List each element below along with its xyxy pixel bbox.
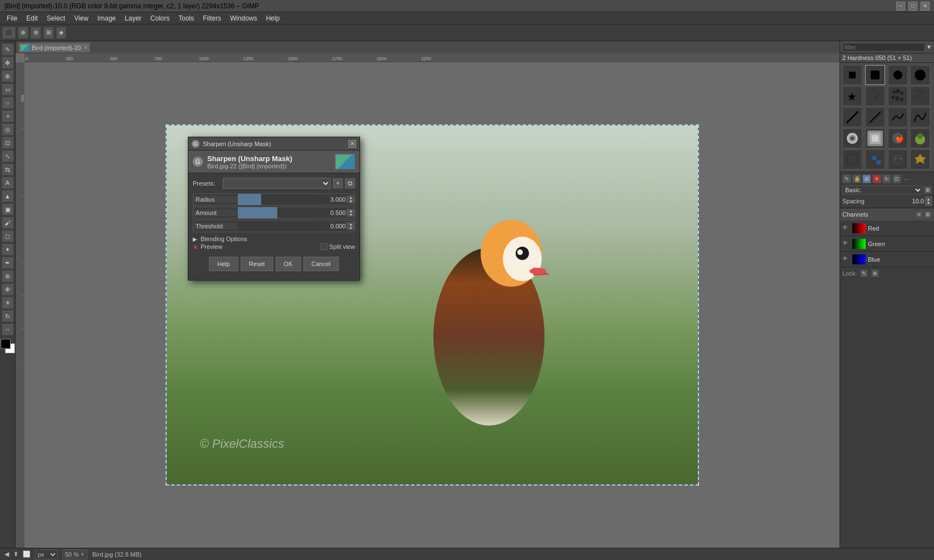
brush-item-13[interactable] [842, 128, 862, 148]
radius-spinner[interactable]: ▲ ▼ [347, 196, 354, 203]
tool-option-btn-2[interactable]: ⊕ [18, 27, 28, 39]
tool-option-btn-1[interactable]: ⬛ [2, 27, 16, 39]
brush-item-4[interactable] [910, 65, 930, 85]
brush-item-12[interactable] [910, 107, 930, 127]
brush-category-select[interactable]: Basic. [842, 186, 923, 194]
ok-button[interactable]: OK [276, 257, 301, 271]
unit-select[interactable]: px mm in [35, 549, 58, 559]
tool-clone[interactable]: ⊛ [2, 270, 14, 282]
brush-tools-more[interactable]: ··· [903, 174, 910, 183]
brush-item-20[interactable] [910, 149, 930, 169]
spacing-spinner[interactable]: ▲ ▼ [925, 197, 932, 206]
tool-zoom[interactable]: ⊕ [2, 70, 14, 82]
tool-option-btn-5[interactable]: ◈ [56, 27, 66, 39]
tool-dodge[interactable]: ☀ [2, 297, 14, 309]
tool-option-btn-3[interactable]: ⊗ [31, 27, 41, 39]
channel-row-red[interactable]: 👁 Red [840, 221, 934, 236]
channel-row-green[interactable]: 👁 Green [840, 236, 934, 252]
tool-ink[interactable]: ✒ [2, 257, 14, 269]
threshold-spinner[interactable]: ▲ ▼ [347, 222, 354, 230]
brush-item-17[interactable] [842, 149, 862, 169]
tool-gradient[interactable]: ▣ [2, 203, 14, 216]
tool-transform[interactable]: ⤡ [2, 150, 14, 162]
amount-slider[interactable] [238, 207, 316, 218]
tool-smudge[interactable]: ↻ [2, 310, 14, 322]
tool-fuzzy-select[interactable]: ◎ [2, 123, 14, 136]
radius-spinner-down[interactable]: ▼ [349, 199, 353, 203]
brush-item-19[interactable] [888, 149, 908, 169]
brush-item-6[interactable] [865, 86, 885, 106]
minimize-button[interactable]: ─ [896, 2, 905, 11]
amount-spinner-up[interactable]: ▲ [349, 209, 353, 213]
channel-row-blue[interactable]: 👁 Blue [840, 252, 934, 267]
spacing-spinner-up[interactable]: ▲ [927, 197, 931, 201]
sharpen-dialog-close-button[interactable]: ✕ [348, 140, 356, 148]
tool-heal[interactable]: ✙ [2, 283, 14, 296]
brushes-filter-input[interactable] [842, 43, 925, 52]
channels-add-button[interactable]: ⊞ [924, 211, 932, 218]
tool-crop[interactable]: ⊡ [2, 137, 14, 149]
brush-item-5[interactable]: ★ [842, 86, 862, 106]
brush-tool-refresh[interactable]: ↻ [882, 174, 891, 183]
menu-file[interactable]: File [2, 13, 22, 23]
foreground-color-swatch[interactable] [1, 339, 11, 349]
menu-image[interactable]: Image [93, 13, 120, 23]
split-view-checkbox[interactable] [321, 243, 327, 250]
tool-airbrush[interactable]: ✦ [2, 243, 14, 256]
menu-tools[interactable]: Tools [174, 13, 198, 23]
brush-tool-1[interactable]: ✎ [842, 174, 851, 183]
menu-windows[interactable]: Windows [226, 13, 262, 23]
tool-paintbrush[interactable]: 🖌 [2, 217, 14, 229]
maximize-button[interactable]: □ [908, 2, 917, 11]
brush-item-8[interactable] [910, 86, 930, 106]
zoom-control[interactable]: 50 % ▼ [62, 549, 88, 559]
duplicate-preset-button[interactable]: ⧉ [345, 178, 355, 188]
tool-lasso[interactable]: ⌖ [2, 110, 14, 122]
spacing-spinner-down[interactable]: ▼ [927, 201, 931, 205]
zoom-dropdown-icon[interactable]: ▼ [80, 552, 85, 557]
brush-item-2[interactable] [865, 65, 885, 85]
radius-slider[interactable] [238, 194, 316, 205]
blending-expand-icon[interactable]: ▶ [193, 236, 198, 242]
tool-text[interactable]: A [2, 177, 14, 189]
menu-colors[interactable]: Colors [146, 13, 174, 23]
brush-item-16[interactable] [910, 128, 930, 148]
brush-item-3[interactable] [888, 65, 908, 85]
threshold-spinner-up[interactable]: ▲ [349, 222, 353, 226]
menu-view[interactable]: View [69, 13, 93, 23]
brush-item-7[interactable] [888, 86, 908, 106]
channels-menu-button[interactable]: ≡ [915, 211, 923, 218]
cancel-button[interactable]: Cancel [303, 257, 339, 271]
tool-flip[interactable]: ⇆ [2, 163, 14, 176]
brush-item-14[interactable] [865, 128, 885, 148]
lock-edit-button[interactable]: ✎ [860, 269, 868, 277]
brush-category-add[interactable]: ⊞ [924, 186, 932, 194]
tool-option-btn-4[interactable]: ⊞ [43, 27, 54, 39]
brush-item-10[interactable] [865, 107, 885, 127]
threshold-spinner-down[interactable]: ▼ [349, 226, 353, 230]
reset-button[interactable]: Reset [241, 257, 273, 271]
close-button[interactable]: ✕ [921, 2, 930, 11]
tool-measure[interactable]: ↔ [2, 323, 14, 336]
threshold-slider[interactable] [238, 221, 316, 232]
tool-eraser[interactable]: ◻ [2, 230, 14, 242]
image-tab-bird[interactable]: Bird (imported)-10 ✕ [18, 42, 91, 52]
sharpen-dialog[interactable]: G Sharpen (Unsharp Mask) ✕ G Sharpen (Un… [188, 137, 360, 281]
tool-ellipse-select[interactable]: ○ [2, 97, 14, 109]
add-preset-button[interactable]: + [333, 178, 343, 188]
channel-eye-blue[interactable]: 👁 [842, 256, 850, 263]
menu-filters[interactable]: Filters [198, 13, 226, 23]
brush-tool-5[interactable]: ⊡ [892, 174, 901, 183]
brush-tool-delete[interactable]: ✕ [872, 174, 881, 183]
amount-spinner-down[interactable]: ▼ [349, 213, 353, 217]
brush-item-18[interactable]: 🐾 [865, 149, 885, 169]
canvas-area[interactable]: 0 250 500 750 1000 1250 1500 [16, 53, 840, 548]
brush-tool-2[interactable]: 🔒 [852, 174, 861, 183]
menu-layer[interactable]: Layer [121, 13, 146, 23]
tab-close-button[interactable]: ✕ [83, 44, 88, 51]
channel-eye-red[interactable]: 👁 [842, 224, 850, 232]
tool-rect-select[interactable]: ▭ [2, 83, 14, 96]
brush-item-11[interactable] [888, 107, 908, 127]
lock-position-button[interactable]: ⊕ [871, 269, 879, 277]
menu-edit[interactable]: Edit [22, 13, 42, 23]
